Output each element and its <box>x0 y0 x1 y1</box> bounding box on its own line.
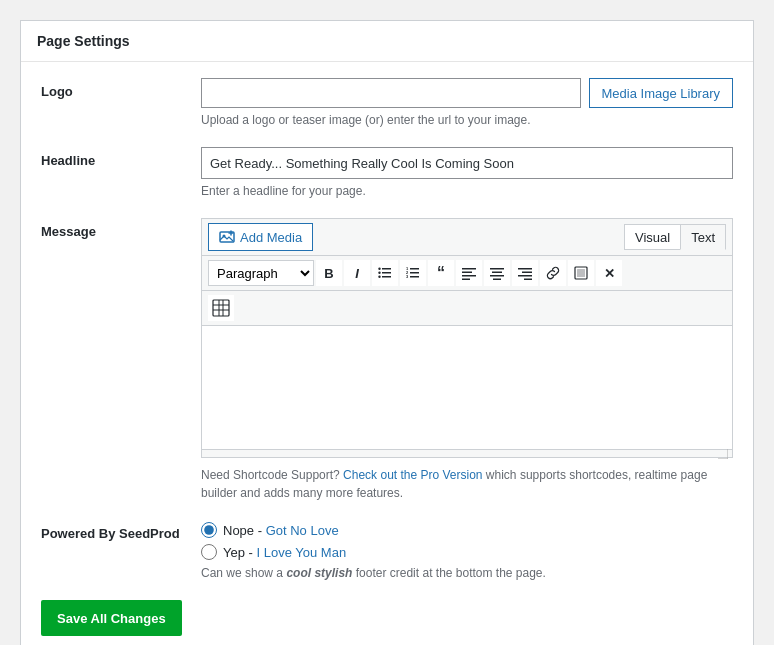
align-left-button[interactable] <box>456 260 482 286</box>
svg-rect-20 <box>490 275 504 277</box>
logo-url-input[interactable] <box>201 78 581 108</box>
link-icon <box>546 266 560 280</box>
svg-point-6 <box>378 272 380 274</box>
bold-button[interactable]: B <box>316 260 342 286</box>
editor-top-bar: Add Media Visual Text <box>202 219 732 256</box>
italic-button[interactable]: I <box>344 260 370 286</box>
shortcode-notice: Need Shortcode Support? Check out the Pr… <box>201 466 733 502</box>
svg-rect-24 <box>518 275 532 277</box>
message-control: Add Media Visual Text Paragraph Heading … <box>201 218 733 502</box>
message-editor: Add Media Visual Text Paragraph Heading … <box>201 218 733 458</box>
svg-text:3: 3 <box>406 274 409 279</box>
close-button[interactable]: ✕ <box>596 260 622 286</box>
message-row: Message Add Media <box>41 218 733 502</box>
logo-row: Logo Media Image Library Upload a logo o… <box>41 78 733 127</box>
svg-rect-16 <box>462 275 476 277</box>
svg-point-5 <box>378 268 380 270</box>
radio-option-nope: Nope - Got No Love <box>201 522 733 538</box>
save-all-changes-button[interactable]: Save All Changes <box>41 600 182 636</box>
shortcode-link[interactable]: Check out the Pro Version <box>343 468 482 482</box>
svg-rect-10 <box>410 276 419 278</box>
message-label: Message <box>41 218 201 239</box>
link-button[interactable] <box>540 260 566 286</box>
svg-rect-18 <box>490 268 504 270</box>
svg-rect-4 <box>382 276 391 278</box>
svg-rect-28 <box>213 300 229 316</box>
format-select[interactable]: Paragraph Heading 1 Heading 2 Preformatt… <box>208 260 314 286</box>
powered-by-label: Powered By SeedProd <box>41 522 201 541</box>
add-media-button[interactable]: Add Media <box>208 223 313 251</box>
fullscreen-button[interactable] <box>568 260 594 286</box>
svg-rect-14 <box>462 268 476 270</box>
headline-help-text: Enter a headline for your page. <box>201 184 733 198</box>
unordered-list-button[interactable] <box>372 260 398 286</box>
svg-rect-3 <box>382 272 391 274</box>
resize-icon <box>718 449 728 459</box>
settings-body: Logo Media Image Library Upload a logo o… <box>21 62 753 645</box>
align-right-icon <box>518 266 532 280</box>
headline-row: Headline Enter a headline for your page. <box>41 147 733 198</box>
editor-toolbar-row2 <box>202 291 732 326</box>
svg-rect-19 <box>492 272 502 274</box>
ordered-list-button[interactable]: 1 2 3 <box>400 260 426 286</box>
svg-rect-2 <box>382 268 391 270</box>
svg-rect-15 <box>462 272 472 274</box>
radio-nope-label[interactable]: Nope - Got No Love <box>223 523 339 538</box>
add-media-icon <box>219 229 235 245</box>
svg-rect-25 <box>524 279 532 281</box>
logo-control: Media Image Library Upload a logo or tea… <box>201 78 733 127</box>
view-tabs: Visual Text <box>624 224 726 250</box>
page-settings-panel: Page Settings Logo Media Image Library U… <box>20 20 754 645</box>
logo-input-row: Media Image Library <box>201 78 733 108</box>
message-textarea[interactable] <box>202 326 732 446</box>
ul-icon <box>378 266 392 280</box>
page-title: Page Settings <box>21 21 753 62</box>
radio-nope[interactable] <box>201 522 217 538</box>
fullscreen-icon <box>574 266 588 280</box>
powered-by-caption: Can we show a cool stylish footer credit… <box>201 566 733 580</box>
table-button[interactable] <box>208 295 234 321</box>
svg-rect-22 <box>518 268 532 270</box>
radio-nope-highlight: Got No Love <box>266 523 339 538</box>
radio-yep-label[interactable]: Yep - I Love You Man <box>223 545 346 560</box>
ol-icon: 1 2 3 <box>406 266 420 280</box>
powered-by-row: Powered By SeedProd Nope - Got No Love Y… <box>41 522 733 580</box>
svg-rect-8 <box>410 268 419 270</box>
svg-rect-9 <box>410 272 419 274</box>
logo-label: Logo <box>41 78 201 99</box>
add-media-label: Add Media <box>240 230 302 245</box>
align-right-button[interactable] <box>512 260 538 286</box>
svg-rect-27 <box>577 269 585 277</box>
align-center-button[interactable] <box>484 260 510 286</box>
align-left-icon <box>462 266 476 280</box>
editor-resize-handle[interactable] <box>202 449 732 457</box>
caption-bold: cool stylish <box>286 566 352 580</box>
radio-yep-highlight: I Love You Man <box>257 545 347 560</box>
align-center-icon <box>490 266 504 280</box>
svg-rect-21 <box>493 279 501 281</box>
blockquote-button[interactable]: “ <box>428 260 454 286</box>
headline-control: Enter a headline for your page. <box>201 147 733 198</box>
shortcode-prefix: Need Shortcode Support? <box>201 468 343 482</box>
save-section: Save All Changes <box>41 600 733 636</box>
powered-by-options: Nope - Got No Love Yep - I Love You Man … <box>201 522 733 580</box>
radio-option-yep: Yep - I Love You Man <box>201 544 733 560</box>
editor-toolbar: Paragraph Heading 1 Heading 2 Preformatt… <box>202 256 732 291</box>
tab-visual[interactable]: Visual <box>624 224 680 250</box>
table-icon <box>212 299 230 317</box>
svg-rect-23 <box>522 272 532 274</box>
media-library-button[interactable]: Media Image Library <box>589 78 734 108</box>
headline-label: Headline <box>41 147 201 168</box>
svg-rect-17 <box>462 279 470 281</box>
headline-input[interactable] <box>201 147 733 179</box>
svg-point-7 <box>378 276 380 278</box>
logo-help-text: Upload a logo or teaser image (or) enter… <box>201 113 733 127</box>
tab-text[interactable]: Text <box>680 224 726 250</box>
radio-yep[interactable] <box>201 544 217 560</box>
